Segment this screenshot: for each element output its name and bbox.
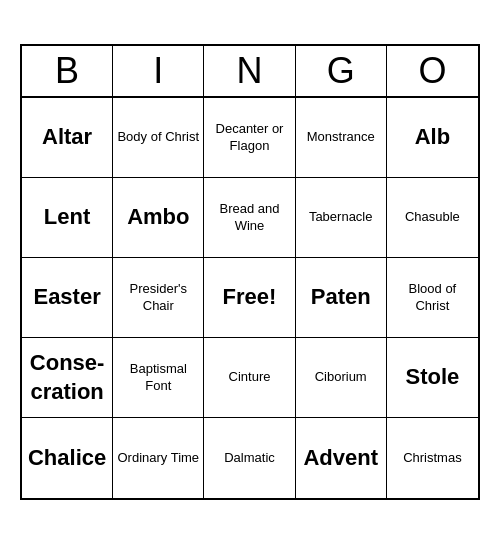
bingo-cell-r1-c4: Chasuble — [387, 178, 478, 258]
bingo-cell-r2-c3: Paten — [296, 258, 387, 338]
bingo-cell-r4-c3: Advent — [296, 418, 387, 498]
header-letter: I — [113, 46, 204, 96]
bingo-cell-r0-c4: Alb — [387, 98, 478, 178]
header-letter: G — [296, 46, 387, 96]
bingo-cell-r3-c2: Cinture — [204, 338, 295, 418]
bingo-cell-r2-c2: Free! — [204, 258, 295, 338]
header-letter: O — [387, 46, 478, 96]
bingo-cell-r3-c4: Stole — [387, 338, 478, 418]
bingo-cell-r2-c0: Easter — [22, 258, 113, 338]
bingo-cell-r1-c2: Bread and Wine — [204, 178, 295, 258]
header-letter: N — [204, 46, 295, 96]
bingo-cell-r2-c1: Presider's Chair — [113, 258, 204, 338]
bingo-cell-r2-c4: Blood of Christ — [387, 258, 478, 338]
bingo-cell-r0-c1: Body of Christ — [113, 98, 204, 178]
bingo-cell-r3-c0: Conse-cration — [22, 338, 113, 418]
bingo-cell-r0-c2: Decanter or Flagon — [204, 98, 295, 178]
bingo-cell-r4-c1: Ordinary Time — [113, 418, 204, 498]
header-letter: B — [22, 46, 113, 96]
bingo-header: BINGO — [22, 46, 478, 98]
bingo-cell-r4-c4: Christmas — [387, 418, 478, 498]
bingo-card: BINGO AltarBody of ChristDecanter or Fla… — [20, 44, 480, 500]
bingo-cell-r4-c2: Dalmatic — [204, 418, 295, 498]
bingo-cell-r1-c0: Lent — [22, 178, 113, 258]
bingo-cell-r1-c3: Tabernacle — [296, 178, 387, 258]
bingo-cell-r4-c0: Chalice — [22, 418, 113, 498]
bingo-cell-r0-c3: Monstrance — [296, 98, 387, 178]
bingo-cell-r0-c0: Altar — [22, 98, 113, 178]
bingo-cell-r3-c1: Baptismal Font — [113, 338, 204, 418]
bingo-cell-r1-c1: Ambo — [113, 178, 204, 258]
bingo-cell-r3-c3: Ciborium — [296, 338, 387, 418]
bingo-grid: AltarBody of ChristDecanter or FlagonMon… — [22, 98, 478, 498]
